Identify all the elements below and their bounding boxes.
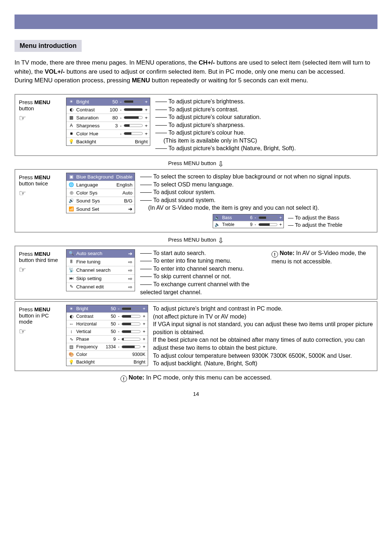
down-arrow-icon: ⇩ [218,160,224,168]
slider[interactable] [122,307,140,310]
t: button in PC mode [19,312,49,325]
descriptions: —— To start auto search. —— To enter int… [139,249,373,296]
osd-menu-system: ▣Blue BackgroundDisable 🌐LanguageEnglish… [66,173,135,213]
slider[interactable] [124,108,143,111]
label: Bass [222,215,234,221]
osd-row-vertical[interactable]: ↕Vertical50-+ [66,328,148,336]
osd-row-contrast[interactable]: ◐Contrast100-+ [66,106,150,114]
osd-row-bass[interactable]: 🔈Bass6-+ [213,214,283,221]
treble-icon: 🔈 [215,222,220,227]
press-instruction: Press MENU button twice ☞ [19,173,62,198]
osd-row-pc-bright[interactable]: ☀Bright50-+ [66,305,148,313]
antenna-icon: 📡 [69,268,74,272]
arrow-open-icon [117,276,132,282]
t: To adjust the Treble [295,222,343,228]
menu-page-pc: Press MENU button in PC mode ☞ ☀Bright50… [15,301,377,371]
osd-row-phase[interactable]: ∿Phase9-+ [66,336,148,343]
osd-row-autosearch[interactable]: 🔍Auto search [66,250,135,258]
label: Color Sys [76,190,114,196]
osd-row-colorhue[interactable]: ■Color Hue-+ [66,130,150,138]
desc-sub: (In AV or S-Video mode, the item is grey… [140,204,373,212]
osd-row-frequency[interactable]: ▤Frequency1334-+ [66,343,148,351]
val: 50 [100,306,116,311]
section-heading: Menu introduction [15,40,82,52]
t: If VGA input signal is not standard, you… [153,321,373,335]
vertical-icon: ↕ [69,329,74,334]
sun-icon: ☀ [69,99,74,104]
osd-row-channeledit[interactable]: ✎Channel edit [66,283,135,291]
note-text: In PC mode, only this menu can be access… [144,374,272,381]
slider[interactable] [122,345,140,348]
val: Disable [116,174,132,180]
slider[interactable] [122,315,140,318]
down-arrow-icon: ⇩ [218,236,224,245]
osd-row-horizontal[interactable]: ↔Horizontal50-+ [66,320,148,328]
label: Bright [76,99,100,104]
osd-row-treble[interactable]: 🔈Treble9-+ [213,221,283,228]
header-banner [15,15,377,29]
val: 80 [102,115,118,120]
osd-row-language[interactable]: 🌐LanguageEnglish [66,181,135,189]
desc: —— To adjust picture's brightness. [155,98,373,106]
slider[interactable] [124,124,143,127]
osd-row-skipsetting[interactable]: ⏭Skip setting [66,275,135,283]
osd-row-channelsearch[interactable]: 📡Channel search [66,266,135,275]
separator-1: Press MENU button ⇩ [15,158,377,167]
slider[interactable] [122,330,140,333]
hue-icon: ■ [69,131,74,136]
label: Fine tuning [76,259,114,264]
val: 50 [100,314,116,319]
osd-row-pc-backlight[interactable]: 💡BacklightBright [66,358,148,366]
val: Auto [117,190,132,196]
page-number: 14 [15,391,377,397]
warning-icon: ! [121,376,127,382]
osd-row-sharpness[interactable]: ASharpness3-+ [66,122,150,130]
osd-row-backlight[interactable]: 💡BacklightBright [66,138,150,145]
sound-desc: — To adjust the Bass — To adjust the Tre… [288,214,343,229]
osd-row-colorsys[interactable]: ◎Color SysAuto [66,189,135,197]
osd-row-finetuning[interactable]: 🎚Fine tuning [66,258,135,266]
ch-buttons: CH+/- [199,59,215,66]
val: 1334 [100,344,116,349]
t: To adjust picture's sharpness. [168,122,245,128]
arrow-right-icon [117,251,132,257]
t: To adjust picture's brightness. [168,98,245,104]
desc: —— To adjust sound system. [140,196,373,204]
slider[interactable] [122,323,140,325]
palette-icon: 🎨 [69,352,74,357]
pc-mode-note: ! Note: In PC mode, only this menu can b… [15,374,377,382]
slider[interactable] [124,116,143,119]
slider[interactable] [124,132,143,135]
osd-row-pc-contrast[interactable]: ◐Contrast50-+ [66,313,148,320]
hand-icon: ☞ [19,189,62,198]
t: Press [19,99,34,105]
desc: If VGA input signal is not standard, you… [153,320,373,336]
t: Press MENU button [168,160,216,166]
slider[interactable] [258,216,277,219]
val: 9 [237,222,253,227]
osd-row-bluebg[interactable]: ▣Blue BackgroundDisable [66,173,135,181]
t: Press [19,251,34,257]
osd-row-bright[interactable]: ☀Bright50-+ [66,98,150,106]
osd-row-color[interactable]: 🎨Color9300K [66,351,148,358]
slider[interactable] [124,100,143,103]
t: If the best picture can not be obtained … [153,337,365,351]
hand-icon: ☞ [19,265,62,275]
osd-row-soundsys[interactable]: 🔊Sound SysB/G [66,197,135,205]
t: button [19,105,34,111]
label: Channel edit [76,284,114,290]
note-bold: Note: [279,250,294,256]
osd-row-soundset[interactable]: 📶Sound Set➔ [66,205,135,213]
label: Channel search [76,267,114,273]
t: To start auto search. [153,250,206,256]
label: Treble [222,222,234,227]
bluebg-icon: ▣ [69,175,74,179]
val: 100 [102,107,118,112]
label: Backlight [76,360,127,365]
descriptions: —— To select the screen to display blue … [139,173,373,229]
osd-row-saturation[interactable]: ▦Saturation80-+ [66,114,150,122]
slider[interactable] [258,223,277,226]
t: Press [19,174,34,180]
slider[interactable] [122,338,140,341]
t: To enter into fine tuning menu. [153,258,231,264]
